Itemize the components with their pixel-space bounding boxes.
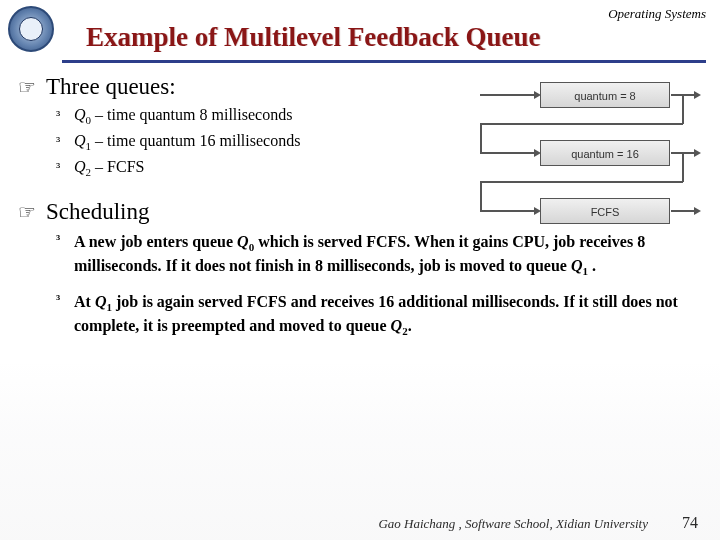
arrow-head-icon — [694, 91, 701, 99]
queue-desc: Q2 – FCFS — [74, 158, 144, 178]
arrow-line — [480, 152, 538, 154]
pointing-hand-icon: ☞ — [18, 200, 40, 224]
bullet-icon: ³ — [56, 231, 74, 279]
queue-desc: Q1 – time quantum 16 milliseconds — [74, 132, 300, 152]
list-item: ³ At Q1 job is again served FCFS and rec… — [56, 291, 702, 339]
course-label: Operating Systems — [608, 6, 706, 22]
diagram-box-q0: quantum = 8 — [540, 82, 670, 108]
arrow-line — [480, 181, 683, 183]
queue-diagram: quantum = 8 quantum = 16 FCFS — [444, 76, 704, 244]
background-photo — [0, 360, 720, 540]
arrow-line — [480, 210, 538, 212]
scheduling-text: At Q1 job is again served FCFS and recei… — [74, 291, 702, 339]
university-logo — [8, 6, 54, 52]
arrow-line — [480, 94, 538, 96]
arrow-line — [682, 152, 684, 182]
page-number: 74 — [682, 514, 698, 532]
footer-credit: Gao Haichang , Software School, Xidian U… — [378, 516, 648, 532]
arrow-head-icon — [694, 207, 701, 215]
section1-heading: Three queues: — [46, 74, 176, 100]
arrow-line — [682, 94, 684, 124]
arrow-head-icon — [694, 149, 701, 157]
bullet-icon: ³ — [56, 291, 74, 339]
section2-heading: Scheduling — [46, 199, 150, 225]
arrow-line — [480, 123, 683, 125]
bullet-icon: ³ — [56, 108, 74, 124]
footer: Gao Haichang , Software School, Xidian U… — [0, 514, 720, 532]
arrow-line — [480, 181, 482, 210]
queue-desc: Q0 – time quantum 8 milliseconds — [74, 106, 292, 126]
pointing-hand-icon: ☞ — [18, 75, 40, 99]
scheduling-list: ³ A new job enters queue Q0 which is ser… — [56, 231, 702, 339]
diagram-box-q2: FCFS — [540, 198, 670, 224]
diagram-box-q1: quantum = 16 — [540, 140, 670, 166]
arrow-line — [480, 123, 482, 152]
slide-title: Example of Multilevel Feedback Queue — [86, 22, 540, 53]
title-underline — [62, 60, 706, 63]
bullet-icon: ³ — [56, 134, 74, 150]
logo-inner-ring — [19, 17, 43, 41]
bullet-icon: ³ — [56, 160, 74, 176]
